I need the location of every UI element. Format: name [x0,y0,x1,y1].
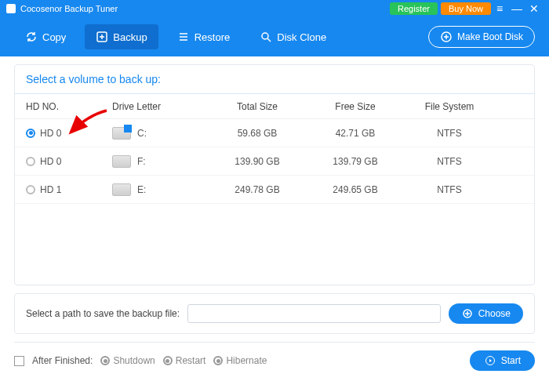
table-row[interactable]: HD 0C:59.68 GB42.71 GBNTFS [15,119,534,147]
hd-cell: HD 0 [40,156,61,167]
after-finished-checkbox[interactable] [14,356,24,366]
total-cell: 249.78 GB [206,184,308,195]
titlebar: Cocosenor Backup Tuner Register Buy Now … [0,0,549,17]
choose-button[interactable]: Choose [449,303,523,324]
svg-point-1 [262,33,268,39]
volume-panel: Select a volume to back up: HD NO. Drive… [14,64,535,285]
backup-label: Backup [113,31,147,43]
fs-cell: NTFS [402,184,496,195]
main-toolbar: Copy Backup Restore Disk Clone Make Boot… [0,17,549,56]
buy-now-button[interactable]: Buy Now [441,2,491,15]
after-finished-label: After Finished: [32,355,93,366]
fs-cell: NTFS [402,128,496,139]
refresh-icon [25,31,38,43]
search-icon [260,31,272,43]
letter-cell: E: [137,184,146,195]
plus-box-icon [96,31,108,43]
total-cell: 139.90 GB [206,156,308,167]
free-cell: 139.79 GB [308,156,402,167]
footer: After Finished: Shutdown Restart Hiberna… [14,342,535,371]
copy-button[interactable]: Copy [14,24,77,49]
free-cell: 42.71 GB [308,128,402,139]
col-letter: Drive Letter [112,101,206,112]
play-icon [484,354,496,367]
app-title: Cocosenor Backup Tuner [20,4,118,13]
radio-icon [213,356,223,365]
fs-cell: NTFS [402,156,496,167]
hd-cell: HD 0 [40,128,61,139]
hd-cell: HD 1 [40,184,61,195]
col-hdno: HD NO. [26,101,112,112]
row-radio[interactable] [26,185,35,194]
path-bar: Select a path to save the backup file: C… [14,293,535,334]
table-row[interactable]: HD 0F:139.90 GB139.79 GBNTFS [15,147,534,176]
make-boot-disk-button[interactable]: Make Boot Disk [428,26,535,48]
panel-title: Select a volume to back up: [15,65,534,94]
disk-clone-button[interactable]: Disk Clone [249,24,337,49]
app-logo-icon [6,4,16,13]
hibernate-option[interactable]: Hibernate [213,355,267,366]
col-free: Free Size [308,101,402,112]
free-cell: 249.65 GB [308,184,402,195]
row-radio[interactable] [26,129,35,138]
restore-button[interactable]: Restore [166,24,242,49]
list-icon [177,31,190,43]
backup-button[interactable]: Backup [85,24,158,49]
register-button[interactable]: Register [390,2,438,15]
copy-label: Copy [42,31,66,43]
col-total: Total Size [206,101,308,112]
close-icon[interactable]: ✕ [525,2,543,15]
letter-cell: F: [137,156,146,167]
path-label: Select a path to save the backup file: [26,308,180,319]
col-fs: File System [402,101,496,112]
choose-label: Choose [478,308,511,319]
start-label: Start [501,355,521,366]
drive-icon [112,127,131,140]
letter-cell: C: [137,128,147,139]
restart-option[interactable]: Restart [163,355,206,366]
path-input[interactable] [187,304,441,323]
plus-circle-icon [461,307,474,320]
table-header: HD NO. Drive Letter Total Size Free Size… [15,94,534,119]
shutdown-option[interactable]: Shutdown [100,355,155,366]
menu-icon[interactable]: ≡ [491,2,508,15]
drive-icon [112,155,131,168]
plus-circle-icon [440,31,453,43]
drive-icon [112,183,131,196]
boot-disk-label: Make Boot Disk [457,31,523,42]
disk-clone-label: Disk Clone [277,31,326,43]
minimize-icon[interactable]: — [508,2,525,15]
row-radio[interactable] [26,157,35,166]
radio-icon [100,356,110,365]
table-row[interactable]: HD 1E:249.78 GB249.65 GBNTFS [15,176,534,204]
restore-label: Restore [195,31,231,43]
total-cell: 59.68 GB [206,128,308,139]
radio-icon [163,356,173,365]
start-button[interactable]: Start [470,350,535,371]
